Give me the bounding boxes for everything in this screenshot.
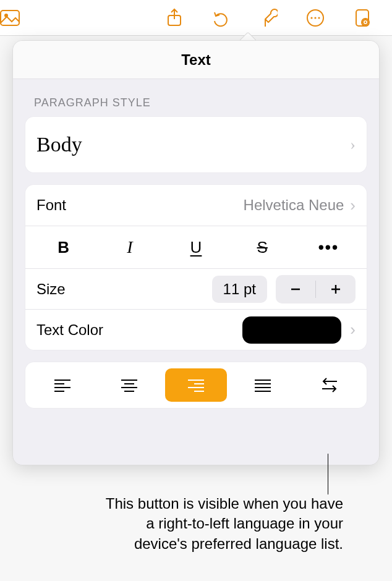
svg-point-6: [318, 17, 320, 19]
paragraph-style-label: PARAGRAPH STYLE: [34, 96, 364, 109]
callout-text: This button is visible when you have a r…: [102, 494, 343, 554]
format-button[interactable]: [256, 6, 281, 30]
size-row: Size 11 pt: [25, 268, 367, 309]
text-direction-button[interactable]: [299, 368, 360, 402]
share-button[interactable]: [162, 6, 187, 30]
svg-point-10: [365, 21, 367, 23]
text-color-swatch[interactable]: [242, 316, 341, 344]
align-justify-button[interactable]: [232, 368, 294, 402]
popover-title: Text: [13, 41, 379, 79]
paragraph-style-value: Body: [36, 133, 82, 156]
strikethrough-button[interactable]: S: [229, 234, 296, 261]
chevron-right-icon: ›: [350, 135, 356, 154]
align-left-button[interactable]: [32, 368, 93, 402]
font-card: Font Helvetica Neue › B I U S ••• Size 1…: [25, 185, 367, 350]
bold-button[interactable]: B: [30, 234, 96, 261]
undo-button[interactable]: [209, 6, 234, 30]
popover-arrow: [239, 31, 256, 41]
chevron-right-icon: ›: [350, 196, 356, 215]
size-increase-button[interactable]: [316, 275, 356, 303]
more-styles-button[interactable]: •••: [296, 234, 362, 261]
text-color-label: Text Color: [36, 321, 103, 339]
alignment-row: [25, 362, 367, 408]
size-decrease-button[interactable]: [276, 275, 315, 303]
svg-rect-0: [1, 11, 19, 25]
media-button[interactable]: [0, 6, 22, 30]
paragraph-style-row[interactable]: Body ›: [25, 117, 367, 172]
svg-point-4: [310, 17, 312, 19]
font-row[interactable]: Font Helvetica Neue ›: [25, 185, 367, 226]
underline-button[interactable]: U: [163, 234, 229, 261]
align-right-button[interactable]: [165, 368, 227, 402]
more-button[interactable]: [303, 6, 328, 30]
svg-point-5: [314, 17, 316, 19]
size-stepper: [276, 275, 356, 303]
size-label: Size: [36, 281, 66, 298]
text-color-row[interactable]: Text Color ›: [25, 309, 367, 350]
popover-body: PARAGRAPH STYLE Body › Font Helvetica Ne…: [13, 79, 379, 465]
font-value: Helvetica Neue: [244, 197, 344, 214]
font-label: Font: [36, 197, 66, 214]
document-settings-button[interactable]: [350, 6, 375, 30]
chevron-right-icon: ›: [350, 320, 356, 339]
italic-button[interactable]: I: [96, 234, 163, 261]
font-style-row: B I U S •••: [25, 226, 367, 268]
format-popover: Text PARAGRAPH STYLE Body › Font Helveti…: [12, 40, 380, 465]
paragraph-style-card: Body ›: [25, 117, 367, 172]
size-value[interactable]: 11 pt: [212, 276, 267, 303]
align-center-button[interactable]: [98, 368, 160, 402]
app-toolbar: [0, 0, 392, 36]
callout-leader-line: [328, 454, 328, 494]
